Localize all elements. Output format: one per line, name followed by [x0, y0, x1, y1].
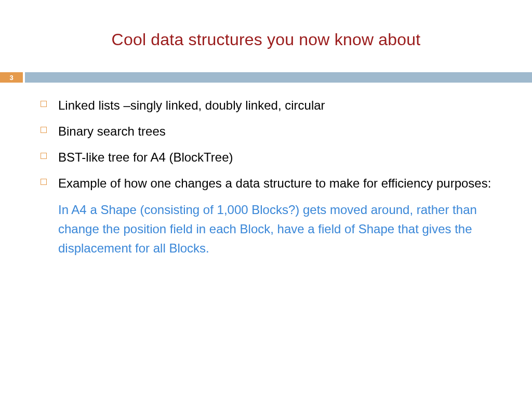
bullet-icon	[41, 153, 47, 159]
bullet-icon	[41, 179, 47, 185]
list-item: Linked lists –singly linked, doubly link…	[41, 96, 496, 115]
bullet-text: Example of how one changes a data struct…	[58, 174, 491, 193]
header-bar-fill	[25, 72, 532, 83]
slide-content: Linked lists –singly linked, doubly link…	[41, 96, 496, 258]
bullet-icon	[41, 127, 47, 133]
bullet-icon	[41, 101, 47, 107]
list-item: BST-like tree for A4 (BlockTree)	[41, 148, 496, 167]
page-number-badge: 3	[0, 72, 23, 83]
bullet-text: Linked lists –singly linked, doubly link…	[58, 96, 325, 115]
header-bar: 3	[0, 72, 532, 83]
list-item: Binary search trees	[41, 122, 496, 141]
slide: Cool data structures you now know about …	[0, 0, 532, 399]
bullet-text: Binary search trees	[58, 122, 166, 141]
bullet-text: BST-like tree for A4 (BlockTree)	[58, 148, 233, 167]
list-item: Example of how one changes a data struct…	[41, 174, 496, 193]
sub-text: In A4 a Shape (consisting of 1,000 Block…	[58, 200, 496, 258]
slide-title: Cool data structures you now know about	[0, 0, 532, 49]
